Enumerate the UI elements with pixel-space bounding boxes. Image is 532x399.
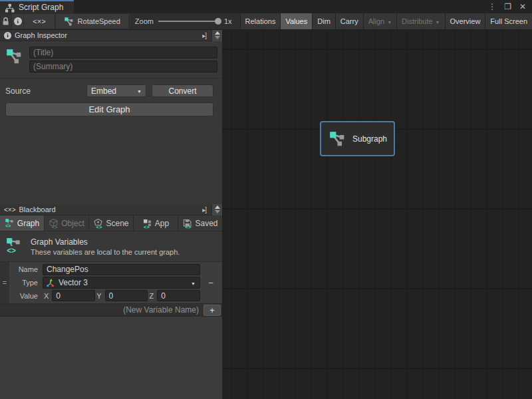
info-icon: i (14, 17, 22, 25)
tab-title: Script Graph (19, 3, 63, 12)
values-button[interactable]: Values (281, 13, 313, 29)
variable-fields: Name Type Vector 3 ▼ Value X (9, 262, 222, 303)
dock-icon[interactable]: ▸] (200, 32, 208, 39)
value-label: Value (9, 292, 43, 300)
graph-inspector-header[interactable]: i Graph Inspector ▸] (0, 30, 222, 41)
graph-title-block (0, 41, 222, 78)
variable-type-row: Type Vector 3 ▼ (9, 277, 200, 289)
graph-summary-input[interactable] (29, 61, 217, 72)
tab-app[interactable]: App (134, 215, 178, 231)
chevron-down-icon: ▼ (387, 20, 392, 25)
zoom-slider[interactable] (158, 21, 219, 22)
tab-saved[interactable]: Saved (178, 215, 222, 231)
floppy-icon (182, 218, 192, 229)
script-graph-window: Script Graph ⋮ ❐ ✕ i <×> RotateSpeed Zoo… (0, 0, 532, 399)
close-icon[interactable]: ✕ (519, 3, 526, 11)
graph-variables-icon (5, 235, 23, 257)
graph-variables-info: Graph Variables These variables are loca… (0, 231, 222, 262)
cube-icon (49, 218, 59, 229)
zoom-slider-handle[interactable] (215, 18, 221, 25)
graph-title-input[interactable] (29, 47, 217, 59)
y-value-input[interactable] (105, 290, 148, 301)
drag-handle-icon[interactable]: = (0, 262, 9, 303)
zoom-value: 1x (224, 17, 232, 25)
blackboard-tabs: Graph Object Scene App Saved (0, 215, 222, 231)
main-area: i Graph Inspector ▸] Sour (0, 30, 532, 399)
section-scroll-spinner[interactable] (211, 30, 222, 41)
window-controls: ⋮ ❐ ✕ (488, 0, 532, 13)
source-label: Source (5, 86, 86, 96)
section-scroll-spinner[interactable] (211, 204, 222, 215)
dim-button[interactable]: Dim (313, 13, 336, 29)
variable-row: = Name Type Vector 3 ▼ (0, 262, 222, 304)
lock-button[interactable] (1, 14, 11, 29)
title-fields (29, 47, 217, 72)
scroll-down-icon[interactable] (215, 210, 220, 213)
zoom-label: Zoom (135, 17, 154, 25)
tab-graph[interactable]: Graph (0, 215, 45, 231)
blackboard-header[interactable]: <×> Blackboard ▸] (0, 204, 222, 215)
variable-type-dropdown[interactable]: Vector 3 ▼ (43, 277, 200, 289)
menu-icon[interactable]: ⋮ (488, 3, 496, 11)
full-screen-button[interactable]: Full Screen (485, 13, 532, 29)
source-dropdown[interactable]: Embed ▼ (86, 84, 146, 97)
tab-scene[interactable]: Scene (89, 215, 134, 231)
name-label: Name (9, 265, 43, 273)
graph-variables-title: Graph Variables (31, 237, 180, 247)
distribute-dropdown[interactable]: Distribute ▼ (397, 13, 445, 29)
maximize-icon[interactable]: ❐ (504, 3, 511, 11)
new-variable-row: + (0, 304, 222, 317)
graph-name: RotateSpeed (78, 17, 120, 25)
graph-breadcrumb-button[interactable]: RotateSpeed (56, 14, 128, 29)
inspector-toggle-button[interactable]: i (12, 14, 23, 29)
edit-graph-button[interactable]: Edit Graph (5, 102, 213, 116)
variable-name-input[interactable] (43, 264, 200, 275)
relations-button[interactable]: Relations (241, 13, 281, 29)
x-value-input[interactable] (52, 290, 95, 301)
blackboard-icon: <×> (4, 206, 16, 213)
z-value-input[interactable] (157, 290, 200, 301)
graph-inspector-section: i Graph Inspector ▸] Sour (0, 30, 222, 204)
add-variable-button[interactable]: + (203, 305, 221, 316)
scroll-up-icon[interactable] (215, 31, 220, 35)
dock-icon[interactable]: ▸] (200, 206, 208, 213)
graph-icon (64, 17, 74, 27)
align-dropdown[interactable]: Align ▼ (364, 13, 397, 29)
blackboard-title: Blackboard (19, 205, 56, 213)
variable-name-row: Name (9, 263, 200, 276)
y-label: Y (95, 292, 104, 300)
x-label: X (43, 292, 52, 300)
sitemap-icon (5, 3, 15, 13)
info-icon: i (4, 32, 11, 39)
blackboard-toggle-button[interactable]: <×> (24, 14, 54, 29)
new-variable-input[interactable] (0, 305, 203, 315)
type-label: Type (9, 279, 43, 287)
blackboard-icon: <×> (33, 17, 45, 25)
graph-inspector-title: Graph Inspector (15, 31, 67, 39)
node-label: Subgraph (352, 134, 387, 144)
scroll-down-icon[interactable] (215, 36, 220, 39)
chevron-down-icon: ▼ (436, 20, 440, 25)
source-row: Source Embed ▼ Convert (0, 78, 222, 97)
tab-script-graph[interactable]: Script Graph (0, 0, 74, 13)
zoom-control: Zoom 1x (128, 13, 239, 29)
panel-empty-area (0, 317, 222, 399)
graph-icon (329, 130, 346, 148)
overview-button[interactable]: Overview (446, 13, 486, 29)
graph-canvas[interactable]: Subgraph (223, 30, 532, 399)
sidebar-panel: i Graph Inspector ▸] Sour (0, 30, 223, 399)
lock-icon (1, 17, 10, 26)
carry-button[interactable]: Carry (336, 13, 364, 29)
chevron-down-icon: ▼ (191, 281, 196, 286)
variable-value-row: Value X Y Z (9, 289, 200, 302)
graph-variables-icon (5, 218, 15, 229)
subgraph-node[interactable]: Subgraph (320, 121, 395, 156)
graph-toolbar: i <×> RotateSpeed Zoom 1x Relations Valu… (0, 13, 532, 30)
tab-object[interactable]: Object (45, 215, 89, 231)
z-label: Z (148, 292, 157, 300)
scene-icon (93, 218, 103, 229)
scroll-up-icon[interactable] (215, 205, 220, 209)
convert-button[interactable]: Convert (152, 84, 213, 97)
remove-variable-button[interactable]: − (205, 277, 217, 289)
toolbar-actions: Relations Values Dim Carry Align ▼ Distr… (240, 13, 532, 29)
